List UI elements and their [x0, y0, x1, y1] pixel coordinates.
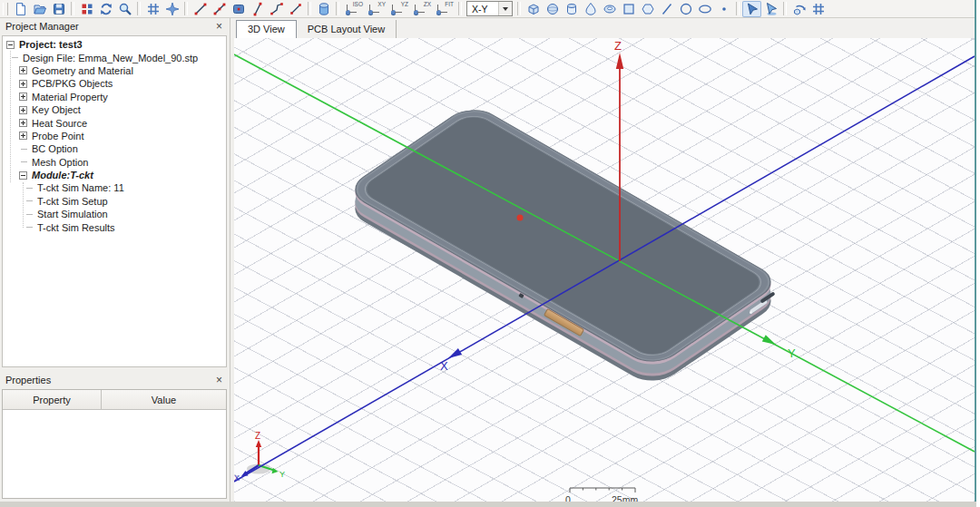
- properties-panel: Properties × Property Value: [0, 372, 230, 502]
- select-body-cursor-button[interactable]: [761, 1, 780, 17]
- open-file-button[interactable]: [30, 1, 49, 17]
- ellipse-shape-button[interactable]: [695, 1, 714, 17]
- view-yz-button[interactable]: YZ: [387, 1, 410, 17]
- tree-item-pcb-pkg-objects[interactable]: PCB/PKG Objects: [3, 77, 226, 90]
- rect-center-icon: [231, 2, 246, 16]
- dropdown-arrow-button[interactable]: [498, 2, 512, 15]
- sphere-primitive-button[interactable]: [543, 1, 562, 17]
- cylinder-primitive-icon: [564, 2, 579, 16]
- tree-item-t-ckt-sim-results[interactable]: T-ckt Sim Results: [3, 220, 226, 233]
- line-shape-button[interactable]: [657, 1, 676, 17]
- tree-item-design-file[interactable]: Design File: Emma_New_Model_90.stp: [3, 51, 226, 63]
- tree-leaf-dash: [26, 200, 33, 201]
- plane-selector-dropdown[interactable]: X-Y: [466, 1, 513, 16]
- rotate-view-icon: [792, 2, 807, 16]
- expand-icon[interactable]: [19, 132, 27, 140]
- spline-button[interactable]: [286, 1, 305, 17]
- main-window: ISO XY YZ ZX FIT X-Y: [0, 0, 976, 502]
- grid-toggle-button[interactable]: [808, 1, 828, 17]
- polyline-icon: [270, 2, 284, 16]
- tree-leaf-dash: [26, 188, 33, 189]
- plane-selector-value: X-Y: [467, 4, 498, 15]
- center-origin-icon: [165, 2, 180, 16]
- view-zx-button[interactable]: ZX: [410, 1, 433, 17]
- tree-item-t-ckt-sim-name[interactable]: T-ckt Sim Name: 11: [3, 181, 226, 194]
- expand-icon[interactable]: [19, 106, 27, 114]
- view-fit-button[interactable]: FIT: [433, 1, 456, 17]
- expand-icon[interactable]: [19, 119, 27, 127]
- view-iso-button[interactable]: ISO: [342, 1, 365, 17]
- tree-leaf-dash: [26, 214, 33, 215]
- box-primitive-button[interactable]: [524, 1, 543, 17]
- toolbar-separator: [736, 2, 740, 15]
- triad-x-label: X: [234, 473, 240, 483]
- point-shape-button[interactable]: [714, 1, 733, 17]
- save-button[interactable]: [49, 1, 68, 17]
- tree-item-geometry-and-material[interactable]: Geometry and Material: [3, 64, 226, 77]
- expand-icon[interactable]: [19, 66, 27, 74]
- property-column-header: Property: [3, 390, 102, 409]
- sphere-primitive-icon: [545, 2, 560, 16]
- polygon-shape-button[interactable]: [638, 1, 657, 17]
- tree-item-mesh-option[interactable]: Mesh Option: [3, 156, 226, 169]
- center-origin-button[interactable]: [162, 1, 181, 17]
- tree-item-t-ckt-sim-setup[interactable]: T-ckt Sim Setup: [3, 195, 226, 208]
- rotate-view-button[interactable]: [789, 1, 808, 17]
- rectangle-shape-button[interactable]: [619, 1, 638, 17]
- tree-item-module-t-ckt[interactable]: Module:T-ckt: [3, 169, 226, 181]
- tree-item-bc-option[interactable]: BC Option: [3, 142, 226, 155]
- polyline-button[interactable]: [267, 1, 286, 17]
- polygon-shape-icon: [641, 2, 655, 16]
- scale-bar: 0 25mm: [568, 486, 650, 502]
- collapse-icon[interactable]: [19, 171, 27, 180]
- cone-primitive-button[interactable]: [581, 1, 600, 17]
- tree-item-project[interactable]: Project: test3: [3, 38, 226, 51]
- phone-screw-dot: [750, 311, 752, 314]
- refresh-icon: [99, 2, 113, 16]
- snap-grid-button[interactable]: [143, 1, 162, 17]
- circle-shape-button[interactable]: [676, 1, 695, 17]
- zoom-search-button[interactable]: [115, 1, 134, 17]
- tree-item-material-property[interactable]: Material Property: [3, 91, 226, 103]
- refresh-button[interactable]: [96, 1, 115, 17]
- collapse-icon[interactable]: [6, 41, 15, 49]
- expand-icon[interactable]: [19, 80, 27, 88]
- torus-primitive-icon: [603, 2, 617, 16]
- new-file-button[interactable]: [11, 1, 30, 17]
- orientation-triad: Z X Y: [234, 430, 298, 499]
- tab-3d-view[interactable]: 3D View: [236, 20, 297, 38]
- window-bottom-edge: [0, 502, 976, 507]
- properties-title: Properties: [5, 375, 214, 385]
- view-xy-button[interactable]: XY: [365, 1, 387, 17]
- view-tabbar: 3D ViewPCB Layout View: [230, 18, 975, 38]
- axis-y-label: Y: [788, 346, 796, 360]
- axis-x-label: X: [440, 359, 448, 373]
- application-window: ISO XY YZ ZX FIT X-Y: [0, 0, 980, 507]
- triad-y-label: Y: [279, 470, 285, 479]
- tree-item-probe-point[interactable]: Probe Point: [3, 130, 226, 142]
- new-file-icon: [14, 2, 28, 16]
- line-angled-button[interactable]: [248, 1, 267, 17]
- expand-icon[interactable]: [19, 93, 27, 101]
- cylinder-primitive-button[interactable]: [562, 1, 581, 17]
- close-icon[interactable]: ×: [214, 21, 224, 32]
- torus-primitive-button[interactable]: [600, 1, 619, 17]
- select-cursor-button[interactable]: [742, 1, 761, 17]
- select-body-cursor-icon: [764, 2, 779, 16]
- line-shape-icon: [660, 2, 674, 16]
- tree-item-key-object[interactable]: Key Object: [3, 103, 226, 116]
- cylinder-tool-button[interactable]: [314, 1, 333, 17]
- project-tree-panel: Project: test3 Design File: Emma_New_Mod…: [2, 35, 227, 367]
- import-pattern-button[interactable]: [77, 1, 96, 17]
- rect-center-button[interactable]: [229, 1, 248, 17]
- circle-shape-icon: [679, 2, 693, 16]
- tree-item-heat-source[interactable]: Heat Source: [3, 116, 226, 129]
- tree-item-start-simulation[interactable]: Start Simulation: [3, 208, 226, 220]
- workspace: 3D ViewPCB Layout View: [230, 18, 975, 502]
- close-icon[interactable]: ×: [214, 375, 224, 385]
- 3d-viewport[interactable]: Z X Y X Y Z: [234, 38, 975, 502]
- line-2pt-button[interactable]: [191, 1, 210, 17]
- toolbar-drag-handle[interactable]: [3, 3, 8, 15]
- tab-pcb-layout-view[interactable]: PCB Layout View: [297, 20, 397, 38]
- line-midpoint-button[interactable]: [210, 1, 229, 17]
